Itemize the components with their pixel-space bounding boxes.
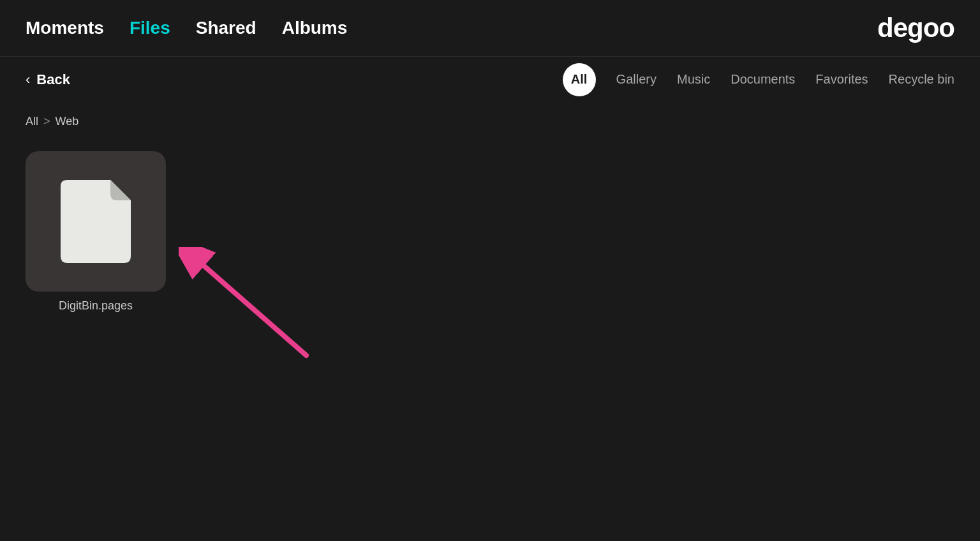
filter-tab-favorites[interactable]: Favorites — [815, 68, 868, 91]
top-navigation: Moments Files Shared Albums degoo — [0, 0, 980, 56]
file-grid: DigitBin.pages — [0, 138, 980, 325]
breadcrumb: All > Web — [0, 102, 980, 138]
app-logo: degoo — [877, 13, 954, 43]
svg-line-1 — [204, 266, 306, 355]
file-thumbnail — [26, 151, 166, 292]
filter-tab-recycle-bin[interactable]: Recycle bin — [889, 68, 954, 91]
breadcrumb-separator: > — [43, 115, 50, 128]
back-label: Back — [36, 71, 70, 88]
breadcrumb-root[interactable]: All — [26, 115, 38, 128]
filter-tab-all[interactable]: All — [563, 63, 596, 96]
nav-moments[interactable]: Moments — [26, 18, 104, 38]
file-name: DigitBin.pages — [59, 299, 133, 313]
filter-bar: ‹ Back All Gallery Music Documents Favor… — [0, 56, 980, 102]
filter-tab-gallery[interactable]: Gallery — [616, 68, 657, 91]
nav-links: Moments Files Shared Albums — [26, 18, 347, 38]
file-item[interactable]: DigitBin.pages — [26, 151, 166, 313]
filter-tab-documents[interactable]: Documents — [731, 68, 795, 91]
nav-files[interactable]: Files — [130, 18, 170, 38]
back-chevron-icon: ‹ — [26, 71, 30, 88]
filter-tabs: All Gallery Music Documents Favorites Re… — [563, 63, 954, 96]
file-icon — [61, 180, 131, 263]
filter-tab-music[interactable]: Music — [677, 68, 710, 91]
nav-shared[interactable]: Shared — [196, 18, 256, 38]
back-button[interactable]: ‹ Back — [26, 71, 70, 88]
nav-albums[interactable]: Albums — [282, 18, 348, 38]
breadcrumb-current: Web — [56, 115, 79, 128]
arrow-annotation — [179, 247, 332, 377]
